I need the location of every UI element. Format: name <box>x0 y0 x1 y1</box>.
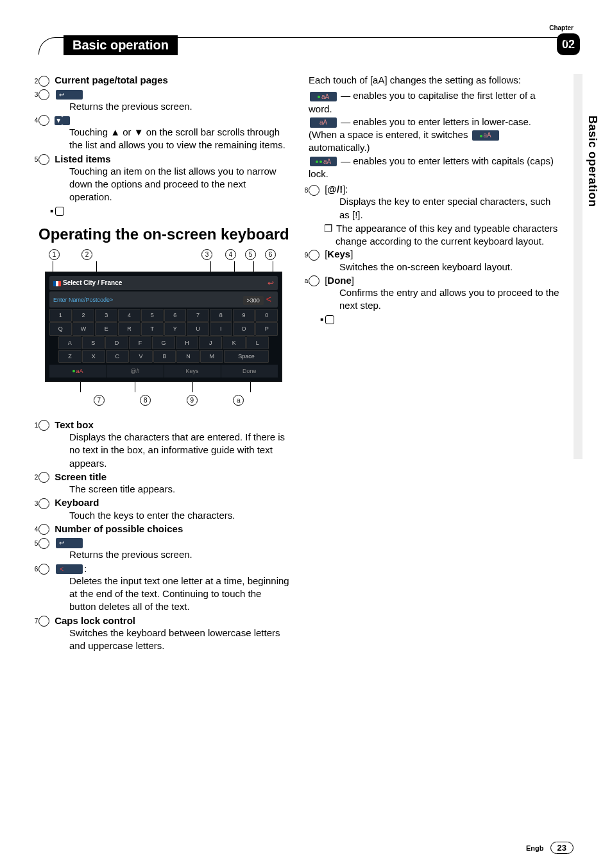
header-rule: Basic operation <box>38 37 574 55</box>
kb-key[interactable]: T <box>141 322 164 335</box>
kb-key[interactable]: S <box>82 336 105 349</box>
mode-item: aA — enables you to capitalise the first… <box>309 89 561 116</box>
callout-number: 3 <box>38 89 49 100</box>
kb-key[interactable]: Z <box>58 350 81 363</box>
callout-number: 5 <box>245 249 256 260</box>
list-item: 9 [Keys] Switches the on-screen keyboard… <box>309 248 561 273</box>
list-item: 3 Keyboard Touch the keys to enter the c… <box>38 496 291 522</box>
kb-space-key[interactable]: Space <box>224 350 269 363</box>
item-title: Done <box>327 275 352 286</box>
kb-key[interactable]: V <box>130 350 153 363</box>
kb-key[interactable]: 3 <box>95 309 117 322</box>
kb-key[interactable]: 1 <box>49 309 72 322</box>
kb-key[interactable]: 9 <box>233 309 255 322</box>
section-end-icon: ■ <box>55 207 64 216</box>
callout-number: 1 <box>49 249 60 260</box>
item-title: Current page/total pages <box>55 74 168 85</box>
kb-key[interactable]: W <box>72 322 95 335</box>
kb-key[interactable]: C <box>106 350 129 363</box>
text-input-placeholder: Enter Name/Postcode> <box>53 296 113 304</box>
keyboard-row: ASDFGHJKL <box>49 336 278 349</box>
list-item: 4 ▲▼ Touching ▲ or ▼ on the scroll bar s… <box>38 114 291 152</box>
kb-key[interactable]: 2 <box>72 309 95 322</box>
keyboard-row: ZXCVBNMSpace <box>49 350 278 363</box>
mode-item: aA — enables you to enter letters with c… <box>309 155 561 181</box>
kb-key[interactable]: 5 <box>141 309 164 322</box>
kb-key[interactable]: Q <box>49 322 72 335</box>
callout-number: 9 <box>187 395 198 406</box>
callout-number: 8 <box>140 395 151 406</box>
caps-mode-icon: aA <box>310 92 337 102</box>
mode-item: aA — enables you to enter letters in low… <box>309 116 561 155</box>
kb-key[interactable]: M <box>200 350 223 363</box>
item-body: Returns the previous screen. <box>54 100 291 113</box>
kb-key[interactable]: Y <box>164 322 187 335</box>
kb-key[interactable]: L <box>246 336 269 349</box>
kb-key[interactable]: K <box>223 336 246 349</box>
device-screen: Select City / France ↩ Enter Name/Postco… <box>45 272 282 382</box>
callout-number: 8 <box>309 185 319 196</box>
list-item: a [Done] Confirms the entry and allows y… <box>309 274 561 326</box>
kb-key[interactable]: E <box>95 322 117 335</box>
item-title: Screen title <box>55 471 106 482</box>
kb-layout-key[interactable]: Keys <box>164 365 221 378</box>
callout-number: 3 <box>201 249 212 260</box>
item-body: Displays the characters that are entered… <box>54 431 291 470</box>
callout-number: 6 <box>265 249 276 260</box>
callout-number: 3 <box>38 498 49 509</box>
page-footer: Engb 23 <box>526 842 574 854</box>
kb-key[interactable]: 6 <box>164 309 187 322</box>
intro-text: Each touch of [aA] changes the setting a… <box>309 74 561 87</box>
kb-key[interactable]: 0 <box>255 309 278 322</box>
kb-key[interactable]: N <box>176 350 200 363</box>
item-title: @/! <box>327 184 343 195</box>
kb-key[interactable]: O <box>233 322 255 335</box>
callout-number: 9 <box>309 250 319 261</box>
kb-symbols-key[interactable]: @/! <box>106 365 163 378</box>
list-item: 7 Caps lock control Switches the keyboar… <box>38 614 291 653</box>
footer-language: Engb <box>526 844 544 852</box>
keyboard-screenshot: 1 2 3 4 5 6 Se <box>45 249 282 406</box>
kb-key[interactable]: 8 <box>210 309 232 322</box>
kb-key[interactable]: X <box>82 350 105 363</box>
caps-mode-icon: aA <box>472 130 499 141</box>
kb-key[interactable]: 4 <box>118 309 140 322</box>
kb-done-key[interactable]: Done <box>221 365 278 378</box>
item-title: Listed items <box>55 153 111 164</box>
callout-number: 2 <box>81 249 92 260</box>
sub-note: ❐The appearance of this key and typeable… <box>309 222 561 248</box>
kb-key[interactable]: U <box>187 322 209 335</box>
backspace-icon: < <box>264 294 274 304</box>
callout-number: a <box>309 275 319 286</box>
section-heading: Operating the on-screen keyboard <box>38 226 291 243</box>
item-title: Keyboard <box>55 497 99 508</box>
item-body: Touching ▲ or ▼ on the scroll bar scroll… <box>54 126 291 152</box>
list-item: 5 ↩ Returns the previous screen. <box>38 536 291 562</box>
right-column: Each touch of [aA] changes the setting a… <box>309 74 561 653</box>
kb-key[interactable]: D <box>105 336 128 349</box>
scroll-down-icon: ▼ <box>62 116 70 125</box>
kb-key[interactable]: H <box>176 336 199 349</box>
kb-key[interactable]: F <box>129 336 152 349</box>
kb-caps-key[interactable]: aA <box>49 365 106 378</box>
callout-number: 7 <box>38 616 49 627</box>
list-item: 5 Listed items Touching an item on the l… <box>38 153 291 217</box>
kb-key[interactable]: B <box>153 350 176 363</box>
kb-key[interactable]: 7 <box>187 309 209 322</box>
callout-number: 2 <box>38 472 49 483</box>
kb-key[interactable]: P <box>255 322 278 335</box>
callout-number: 1 <box>38 420 49 431</box>
list-item: 1 Text box Displays the characters that … <box>38 419 291 470</box>
callout-number: 5 <box>38 538 49 549</box>
side-tab-label: Basic operation <box>586 116 599 207</box>
item-body: Deletes the input text one letter at a t… <box>54 575 291 614</box>
item-title: Text box <box>55 419 94 430</box>
kb-key[interactable]: I <box>210 322 232 335</box>
kb-key[interactable]: J <box>199 336 222 349</box>
item-title: Keys <box>327 248 350 259</box>
item-body: Switches the on-screen keyboard layout. <box>324 261 561 273</box>
kb-key[interactable]: G <box>152 336 175 349</box>
item-body: Switches the keyboard between lowercase … <box>54 627 291 653</box>
kb-key[interactable]: R <box>118 322 140 335</box>
kb-key[interactable]: A <box>58 336 81 349</box>
